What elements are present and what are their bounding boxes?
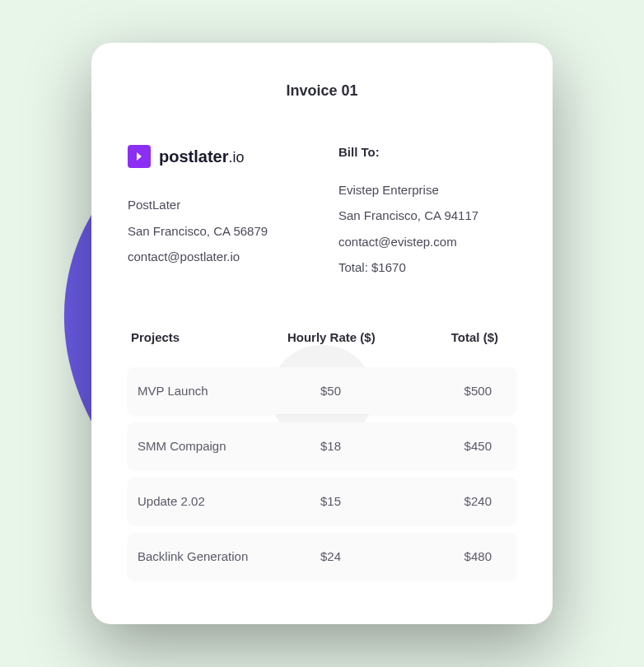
billto-email: contact@evistep.com bbox=[338, 229, 516, 255]
cell-rate: $18 bbox=[277, 439, 384, 453]
cell-project: Update 2.02 bbox=[138, 494, 277, 508]
cell-rate: $15 bbox=[277, 494, 384, 508]
cell-rate: $24 bbox=[277, 549, 384, 563]
cell-total: $500 bbox=[385, 384, 506, 398]
cell-total: $240 bbox=[385, 494, 506, 508]
cell-rate: $50 bbox=[277, 384, 384, 398]
logo-mark-icon bbox=[128, 145, 151, 168]
col-total: Total ($) bbox=[387, 330, 513, 344]
projects-table: Projects Hourly Rate ($) Total ($) MVP L… bbox=[128, 330, 516, 580]
billto-address: San Francisco, CA 94117 bbox=[338, 203, 516, 229]
table-row: MVP Launch $50 $500 bbox=[128, 367, 516, 414]
brand-name: postlater bbox=[159, 147, 228, 166]
col-rate: Hourly Rate ($) bbox=[276, 330, 387, 344]
billto-total: Total: $1670 bbox=[338, 254, 516, 281]
cell-project: MVP Launch bbox=[138, 384, 277, 398]
invoice-title: Invoice 01 bbox=[128, 82, 516, 100]
cell-total: $450 bbox=[385, 439, 506, 453]
cell-total: $480 bbox=[385, 549, 506, 563]
from-column: postlater.io PostLater San Francisco, CA… bbox=[128, 139, 306, 281]
col-projects: Projects bbox=[131, 330, 276, 344]
logo: postlater.io bbox=[128, 139, 306, 174]
table-row: Backlink Generation $24 $480 bbox=[128, 533, 516, 580]
cell-project: SMM Compaign bbox=[138, 439, 277, 453]
from-name: PostLater bbox=[128, 192, 306, 218]
billto-name: Evistep Enterprise bbox=[338, 177, 516, 203]
billto-column: Bill To: Evistep Enterprise San Francisc… bbox=[338, 139, 516, 281]
table-header: Projects Hourly Rate ($) Total ($) bbox=[128, 330, 516, 367]
from-address: San Francisco, CA 56879 bbox=[128, 218, 306, 245]
from-email: contact@postlater.io bbox=[128, 244, 306, 270]
table-row: SMM Compaign $18 $450 bbox=[128, 422, 516, 469]
billto-label: Bill To: bbox=[338, 139, 516, 166]
invoice-info: postlater.io PostLater San Francisco, CA… bbox=[128, 139, 516, 281]
cell-project: Backlink Generation bbox=[138, 549, 277, 563]
table-row: Update 2.02 $15 $240 bbox=[128, 478, 516, 525]
logo-text: postlater.io bbox=[159, 139, 244, 174]
brand-suffix: .io bbox=[228, 149, 244, 166]
invoice-card: Invoice 01 postlater.io PostLater San Fr… bbox=[91, 43, 553, 624]
